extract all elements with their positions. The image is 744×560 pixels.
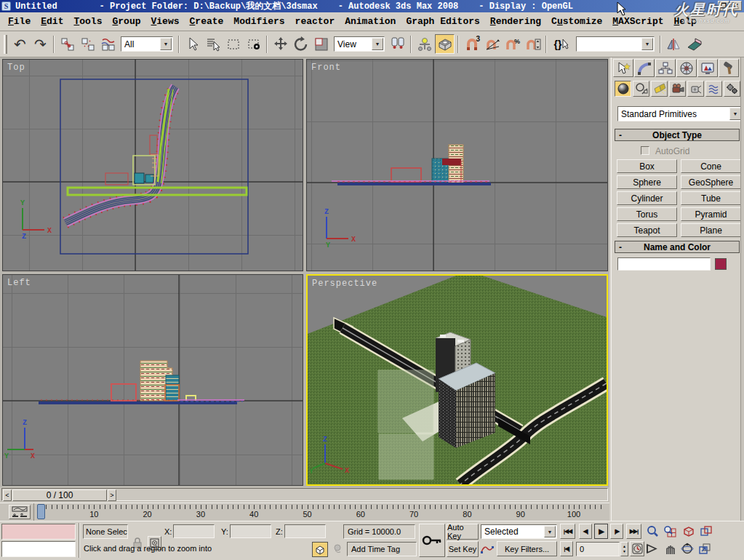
tab-display-icon[interactable]	[697, 59, 718, 77]
select-and-rotate-icon[interactable]	[291, 34, 311, 54]
adaptive-degradation-icon[interactable]	[312, 542, 328, 557]
category-cameras-icon[interactable]	[669, 81, 686, 97]
chevron-down-icon[interactable]: ▼	[729, 108, 741, 120]
menu-item-maxscript[interactable]: MAXScript	[607, 14, 668, 29]
edit-named-selection-sets-icon[interactable]: {}	[550, 34, 573, 54]
time-slider-track[interactable]: < 0 / 100 >	[1, 488, 608, 501]
notification-icon[interactable]	[332, 543, 343, 555]
chevron-down-icon[interactable]: ▼	[544, 526, 556, 537]
field-of-view-icon[interactable]	[644, 541, 660, 556]
keyboard-override-icon[interactable]	[435, 34, 455, 54]
menu-item-file[interactable]: File	[3, 14, 36, 29]
frame-spinner[interactable]: ▲ ▼	[620, 542, 628, 556]
object-type-torus-button[interactable]: Torus	[617, 207, 677, 221]
selection-set-dropdown[interactable]: Selected ▼	[481, 524, 557, 539]
viewport-perspective[interactable]: Perspective	[306, 274, 608, 486]
set-keys-icon[interactable]	[419, 524, 445, 557]
redo-icon[interactable]: ↷	[31, 34, 50, 54]
percent-snap-icon[interactable]: %	[503, 34, 522, 54]
autogrid-checkbox[interactable]	[641, 146, 649, 155]
viewport-left-label[interactable]: Left	[7, 278, 31, 288]
viewport-top[interactable]: Top	[2, 59, 303, 271]
current-frame-field[interactable]: 0	[576, 542, 620, 556]
close-button[interactable]: ✕	[730, 1, 742, 11]
object-type-rollout-header[interactable]: - Object Type	[615, 129, 740, 141]
named-selection-dropdown[interactable]: ▼	[576, 36, 655, 52]
key-mode-toggle-icon[interactable]: |◀|	[560, 541, 573, 556]
select-and-scale-icon[interactable]	[311, 34, 331, 54]
viewport-front-label[interactable]: Front	[311, 63, 341, 73]
menu-item-reactor[interactable]: reactor	[290, 14, 340, 29]
menu-item-views[interactable]: Views	[146, 14, 185, 29]
play-icon[interactable]: ▶	[594, 524, 608, 539]
select-and-move-icon[interactable]	[271, 34, 290, 54]
go-to-start-icon[interactable]: |◀◀	[560, 524, 575, 539]
chevron-down-icon[interactable]: ▼	[641, 38, 653, 50]
chevron-down-icon[interactable]: ▼	[160, 38, 172, 50]
previous-frame-arrow[interactable]: <	[3, 489, 12, 501]
menu-item-help[interactable]: Help	[669, 14, 702, 29]
angle-snap-icon[interactable]	[482, 34, 502, 54]
tab-utilities-icon[interactable]	[719, 59, 739, 77]
zoom-all-icon[interactable]	[662, 524, 678, 539]
chevron-down-icon[interactable]: ▼	[372, 38, 383, 50]
viewport-top-label[interactable]: Top	[7, 63, 25, 73]
tab-create-icon[interactable]	[613, 59, 633, 77]
select-by-name-icon[interactable]	[203, 34, 223, 54]
current-frame-indicator[interactable]	[37, 504, 45, 519]
object-type-geosphere-button[interactable]: GeoSphere	[681, 175, 741, 189]
object-type-cylinder-button[interactable]: Cylinder	[617, 191, 677, 205]
zoom-extents-icon[interactable]	[681, 524, 697, 539]
y-coordinate-field[interactable]	[230, 524, 271, 538]
menu-item-animation[interactable]: Animation	[340, 14, 401, 29]
object-type-plane-button[interactable]: Plane	[681, 223, 741, 237]
object-type-tube-button[interactable]: Tube	[681, 191, 741, 205]
category-shapes-icon[interactable]	[633, 81, 649, 97]
maxscript-listener-pink[interactable]	[1, 524, 76, 540]
maximize-button[interactable]: ❐	[718, 1, 729, 11]
object-type-box-button[interactable]: Box	[617, 159, 677, 173]
tab-modify-icon[interactable]	[634, 59, 655, 77]
menu-item-edit[interactable]: Edit	[36, 14, 68, 29]
object-name-input[interactable]	[617, 257, 711, 271]
spinner-up-icon[interactable]: ▲	[623, 544, 626, 549]
spinner-down-icon[interactable]: ▼	[623, 549, 626, 554]
title-bar[interactable]: S Untitled - Project Folder: D:\Backup\我…	[0, 0, 744, 12]
add-time-tag[interactable]: Add Time Tag	[347, 542, 417, 556]
object-color-swatch[interactable]	[715, 258, 727, 270]
select-object-icon[interactable]	[183, 34, 202, 54]
track-bar-ruler[interactable]: 0102030405060708090100	[33, 503, 608, 521]
rectangular-selection-region-icon[interactable]	[223, 34, 243, 54]
select-and-manipulate-icon[interactable]	[415, 34, 434, 54]
object-type-cone-button[interactable]: Cone	[681, 159, 741, 173]
arc-rotate-icon[interactable]	[679, 541, 695, 556]
toolbar-grip[interactable]	[4, 35, 7, 54]
next-frame-icon[interactable]: |▶	[610, 524, 623, 539]
previous-frame-icon[interactable]: ◀|	[579, 524, 592, 539]
use-pivot-center-icon[interactable]	[388, 34, 407, 54]
category-geometry-icon[interactable]	[615, 81, 631, 97]
auto-key-button[interactable]: Auto Key	[447, 524, 479, 540]
spinner-snap-icon[interactable]	[523, 34, 543, 54]
menu-item-customize[interactable]: Customize	[546, 14, 607, 29]
maxscript-listener-white[interactable]	[1, 541, 76, 557]
time-configuration-icon[interactable]	[630, 541, 644, 556]
panel-scrollbar[interactable]	[740, 57, 744, 521]
undo-icon[interactable]: ↶	[10, 34, 30, 54]
unlink-selection-icon[interactable]	[78, 34, 97, 54]
next-frame-arrow[interactable]: >	[108, 489, 116, 501]
reference-coordinate-dropdown[interactable]: View ▼	[334, 36, 385, 52]
primitives-category-dropdown[interactable]: Standard Primitives ▼	[617, 106, 743, 121]
go-to-end-icon[interactable]: ▶▶|	[626, 524, 641, 539]
bind-to-spacewarp-icon[interactable]	[98, 34, 118, 54]
menu-item-tools[interactable]: Tools	[68, 14, 107, 29]
object-type-pyramid-button[interactable]: Pyramid	[681, 207, 741, 221]
category-helpers-icon[interactable]	[687, 81, 704, 97]
viewport-perspective-label[interactable]: Perspective	[312, 279, 377, 289]
object-type-sphere-button[interactable]: Sphere	[617, 175, 677, 189]
name-color-rollout-header[interactable]: - Name and Color	[615, 241, 740, 253]
menu-item-rendering[interactable]: Rendering	[485, 14, 546, 29]
set-key-button[interactable]: Set Key	[447, 541, 479, 557]
x-coordinate-field[interactable]	[173, 524, 215, 538]
min-max-toggle-icon[interactable]	[697, 541, 713, 556]
